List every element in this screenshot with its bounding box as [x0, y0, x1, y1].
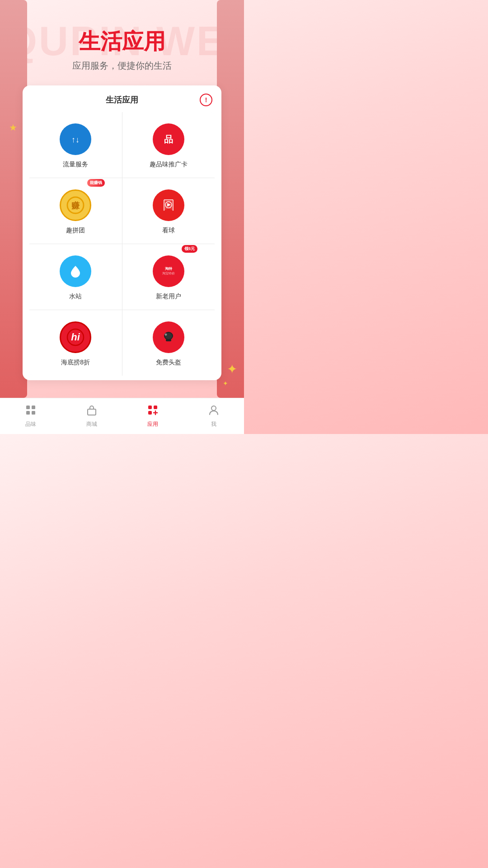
svg-text:淘特: 淘特	[165, 267, 173, 271]
app-cell-qupin[interactable]: 品 趣品味推广卡	[122, 112, 215, 178]
page-subtitle: 应用服务，便捷你的生活	[9, 60, 235, 72]
page-title: 生活应用	[9, 27, 235, 56]
nav-label-pinwei: 品味	[25, 420, 36, 428]
wo-icon	[208, 404, 220, 419]
coupon-badge: 领5元	[182, 245, 197, 253]
app-grid: ↑↓ 流量服务 品 趣品味推广卡 能赚钱	[29, 112, 215, 376]
info-icon-button[interactable]: !	[200, 94, 212, 106]
earn-badge: 能赚钱	[87, 179, 105, 187]
app-cell-qupintuan[interactable]: 能赚钱 赚 趣拼团	[29, 178, 122, 244]
nav-label-yingyong: 应用	[147, 420, 158, 428]
bottom-navigation: 品味 商城 应用 我	[0, 398, 244, 434]
nav-label-wo: 我	[211, 420, 216, 428]
app-cell-haidilao[interactable]: hi 海底捞8折	[29, 310, 122, 376]
svg-text:淘宝特价: 淘宝特价	[162, 272, 175, 275]
nav-item-pinwei[interactable]: 品味	[0, 401, 61, 432]
app-icon-qupintuan: 赚	[60, 189, 91, 221]
grid-row-3: 水站 领5元 淘特 淘宝特价 新老用户	[29, 244, 215, 310]
app-label-qupintuan: 趣拼团	[66, 226, 85, 235]
app-label-shuizhan: 水站	[69, 292, 82, 301]
nav-item-yingyong[interactable]: 应用	[122, 401, 183, 432]
grid-row-1: ↑↓ 流量服务 品 趣品味推广卡	[29, 112, 215, 178]
svg-rect-27	[88, 409, 96, 415]
app-cell-kanqiu[interactable]: 看球	[122, 178, 215, 244]
svg-rect-29	[154, 406, 157, 409]
app-label-toukui: 免费头盔	[156, 359, 181, 367]
svg-point-31	[211, 406, 216, 410]
grid-row-2: 能赚钱 赚 趣拼团	[29, 178, 215, 244]
svg-rect-30	[148, 411, 152, 415]
app-cell-traffic[interactable]: ↑↓ 流量服务	[29, 112, 122, 178]
app-label-xinlao: 新老用户	[156, 292, 181, 301]
svg-rect-25	[26, 411, 30, 415]
main-card: 生活应用 ! ↑↓ 流量服务 品	[23, 85, 221, 380]
app-icon-qupin: 品	[153, 123, 184, 155]
app-icon-xinlao: 淘特 淘宝特价	[153, 255, 184, 287]
svg-rect-26	[32, 411, 35, 415]
page-header: 生活应用 应用服务，便捷你的生活	[0, 0, 244, 81]
app-cell-xinlao[interactable]: 领5元 淘特 淘宝特价 新老用户	[122, 244, 215, 310]
app-icon-traffic: ↑↓	[60, 123, 91, 155]
app-icon-shuizhan	[60, 255, 91, 287]
yingyong-icon	[147, 404, 159, 419]
svg-point-22	[164, 334, 167, 336]
svg-rect-23	[26, 406, 30, 409]
pinwei-icon	[25, 404, 37, 419]
svg-rect-28	[148, 406, 152, 409]
shangcheng-icon	[86, 404, 98, 419]
nav-item-shangcheng[interactable]: 商城	[61, 401, 122, 432]
app-label-qupin: 趣品味推广卡	[150, 160, 188, 169]
app-icon-haidilao: hi	[60, 321, 91, 353]
svg-rect-20	[166, 339, 171, 341]
app-cell-toukui[interactable]: 免费头盔	[122, 310, 215, 376]
svg-point-13	[160, 262, 178, 280]
card-title: 生活应用	[106, 94, 138, 105]
nav-item-wo[interactable]: 我	[183, 401, 244, 432]
svg-text:赚: 赚	[71, 201, 80, 210]
svg-rect-24	[32, 406, 35, 409]
svg-text:hi: hi	[71, 331, 80, 343]
nav-label-shangcheng: 商城	[86, 420, 97, 428]
app-cell-shuizhan[interactable]: 水站	[29, 244, 122, 310]
card-header: 生活应用 !	[23, 94, 221, 112]
svg-text:↑↓: ↑↓	[71, 135, 80, 144]
app-label-kanqiu: 看球	[162, 226, 175, 235]
grid-row-4: hi 海底捞8折 免费头盔	[29, 310, 215, 376]
app-label-haidilao: 海底捞8折	[61, 359, 90, 367]
app-label-traffic: 流量服务	[63, 160, 88, 169]
app-icon-toukui	[153, 321, 184, 353]
svg-text:品: 品	[164, 134, 173, 144]
app-icon-kanqiu	[153, 189, 184, 221]
